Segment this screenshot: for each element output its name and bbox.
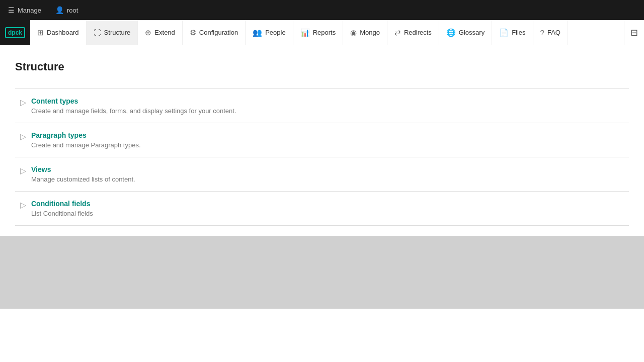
user-button[interactable]: 👤 root: [52, 4, 81, 16]
item-arrow-icon: ▷: [20, 166, 26, 175]
redirects-nav-icon: ⇄: [394, 28, 401, 37]
nav-item-redirects[interactable]: ⇄Redirects: [387, 20, 439, 45]
reports-nav-icon: 📊: [300, 28, 310, 37]
item-arrow-icon: ▷: [20, 132, 26, 141]
item-title-views: Views: [31, 165, 624, 173]
faq-nav-icon: ?: [540, 28, 544, 37]
nav-item-extend[interactable]: ⊕Extend: [138, 20, 182, 45]
nav-end: ⊟: [624, 20, 644, 45]
footer-area: [0, 236, 644, 309]
nav-item-label-faq: FAQ: [547, 29, 560, 36]
manage-button[interactable]: ☰ Manage: [5, 4, 44, 16]
item-desc-views: Manage customized lists of content.: [31, 175, 624, 183]
structure-nav-icon: ⛶: [94, 28, 101, 37]
user-icon: 👤: [55, 6, 64, 14]
nav-item-label-structure: Structure: [104, 29, 131, 36]
main-nav: dpck ⊞Dashboard⛶Structure⊕Extend⚙Configu…: [0, 20, 644, 45]
nav-item-label-glossary: Glossary: [459, 29, 485, 36]
item-desc-content-types: Create and manage fields, forms, and dis…: [31, 107, 624, 115]
structure-item-paragraph-types[interactable]: ▷ Paragraph types Create and manage Para…: [15, 123, 629, 157]
nav-item-label-redirects: Redirects: [404, 29, 432, 36]
manage-label: Manage: [18, 7, 41, 14]
nav-item-label-files: Files: [512, 29, 525, 36]
item-content-paragraph-types: Paragraph types Create and manage Paragr…: [31, 131, 624, 149]
logo-text: dpck: [5, 27, 25, 38]
site-logo[interactable]: dpck: [0, 20, 30, 45]
nav-item-label-configuration: Configuration: [199, 29, 238, 36]
item-title-content-types: Content types: [31, 97, 624, 105]
structure-item-content-types[interactable]: ▷ Content types Create and manage fields…: [15, 89, 629, 123]
nav-item-files[interactable]: 📄Files: [492, 20, 533, 45]
glossary-nav-icon: 🌐: [446, 28, 456, 37]
item-arrow-icon: ▷: [20, 200, 26, 210]
structure-list: ▷ Content types Create and manage fields…: [15, 88, 629, 226]
nav-collapse-button[interactable]: ⊟: [624, 20, 644, 45]
nav-items-container: ⊞Dashboard⛶Structure⊕Extend⚙Configuratio…: [30, 20, 624, 45]
item-content-views: Views Manage customized lists of content…: [31, 165, 624, 183]
nav-item-structure[interactable]: ⛶Structure: [87, 20, 138, 45]
extend-nav-icon: ⊕: [145, 28, 151, 37]
nav-item-label-people: People: [265, 29, 285, 36]
nav-item-faq[interactable]: ?FAQ: [533, 20, 568, 45]
page-content: Structure ▷ Content types Create and man…: [0, 45, 644, 236]
nav-item-people[interactable]: 👥People: [246, 20, 293, 45]
people-nav-icon: 👥: [253, 28, 262, 37]
nav-item-mongo[interactable]: ◉Mongo: [343, 20, 387, 45]
mongo-nav-icon: ◉: [350, 28, 357, 37]
nav-item-glossary[interactable]: 🌐Glossary: [439, 20, 492, 45]
dashboard-nav-icon: ⊞: [37, 28, 44, 37]
item-desc-conditional-fields: List Conditional fields: [31, 210, 624, 217]
item-title-conditional-fields: Conditional fields: [31, 200, 624, 208]
collapse-icon: ⊟: [630, 27, 638, 38]
nav-item-label-mongo: Mongo: [360, 29, 380, 36]
menu-icon: ☰: [8, 6, 15, 14]
nav-item-label-reports: Reports: [313, 29, 336, 36]
nav-item-configuration[interactable]: ⚙Configuration: [183, 20, 246, 45]
nav-item-dashboard[interactable]: ⊞Dashboard: [30, 20, 87, 45]
item-content-conditional-fields: Conditional fields List Conditional fiel…: [31, 200, 624, 217]
user-label: root: [67, 7, 78, 14]
page-title: Structure: [15, 60, 629, 73]
item-arrow-icon: ▷: [20, 98, 26, 107]
nav-item-label-dashboard: Dashboard: [47, 29, 79, 36]
item-title-paragraph-types: Paragraph types: [31, 131, 624, 139]
admin-bar: ☰ Manage 👤 root: [0, 0, 644, 20]
item-desc-paragraph-types: Create and manage Paragraph types.: [31, 141, 624, 149]
configuration-nav-icon: ⚙: [190, 28, 196, 37]
nav-item-reports[interactable]: 📊Reports: [293, 20, 344, 45]
structure-item-views[interactable]: ▷ Views Manage customized lists of conte…: [15, 157, 629, 192]
structure-item-conditional-fields[interactable]: ▷ Conditional fields List Conditional fi…: [15, 192, 629, 226]
item-content-content-types: Content types Create and manage fields, …: [31, 97, 624, 115]
files-nav-icon: 📄: [499, 28, 509, 37]
nav-item-label-extend: Extend: [154, 29, 175, 36]
